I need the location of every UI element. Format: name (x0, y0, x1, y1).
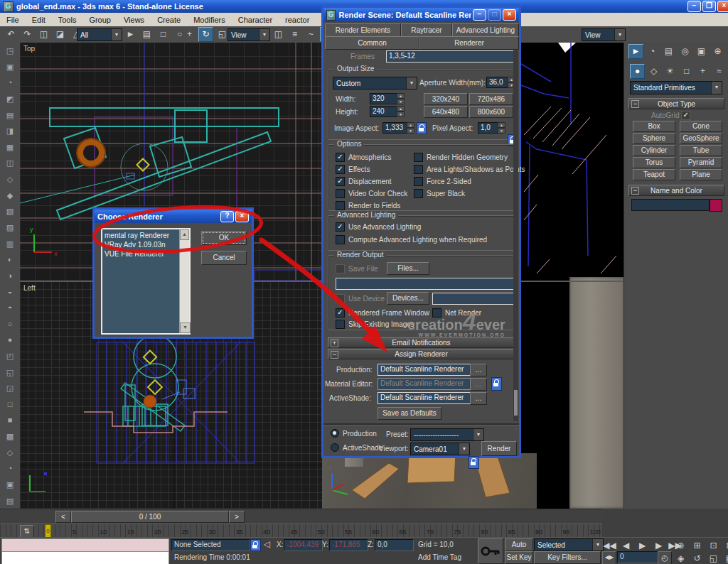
render-button[interactable]: Render (481, 441, 517, 456)
set-keys-button[interactable] (478, 538, 503, 564)
list-item-vue[interactable]: VUE File Renderer (105, 249, 187, 259)
named-selection-dropdown[interactable]: View▼ (582, 28, 626, 41)
help-icon[interactable]: ? (220, 211, 234, 222)
menu-tools[interactable]: Tools (52, 16, 83, 24)
spacewarps-icon[interactable]: ≈ (712, 64, 727, 79)
preset-dropdown[interactable]: -------------------▼ (410, 428, 484, 441)
list-item-mental-ray[interactable]: mental ray Renderer (105, 231, 187, 240)
menu-character[interactable]: Character (232, 16, 279, 24)
left-toolbar-button[interactable]: ◔ (1, 75, 18, 91)
object-type-rollout[interactable]: −Object Type (628, 98, 724, 109)
cylinder-button[interactable]: Cylinder (633, 145, 675, 156)
video-color-check-checkbox[interactable]: Video Color Check (336, 189, 407, 198)
fov-icon[interactable]: ▦ (722, 551, 728, 564)
email-notifications-rollout[interactable]: +Email Notifications (328, 337, 515, 348)
use-advanced-lighting-checkbox[interactable]: ✓Use Advanced Lighting (336, 222, 421, 232)
object-color-swatch[interactable] (710, 199, 722, 212)
tab-advanced-lighting[interactable]: Advanced Lighting (452, 23, 519, 37)
torus-button[interactable]: Torus (633, 157, 675, 168)
geometry-icon[interactable]: ● (630, 64, 645, 79)
production-renderer-browse-button[interactable]: ... (470, 364, 487, 376)
lights-icon[interactable]: ☀ (663, 64, 678, 79)
select-by-name-icon[interactable]: ▤ (139, 27, 154, 42)
left-toolbar-button[interactable]: ◓ (1, 300, 18, 316)
compute-advanced-lighting-checkbox[interactable]: Compute Advanced Lighting when Required (336, 235, 487, 244)
pan-icon[interactable]: ◈ (673, 551, 688, 564)
left-toolbar-button[interactable]: ▣ (1, 477, 18, 493)
menu-modifiers[interactable]: Modifiers (187, 16, 232, 24)
key-mode-dropdown[interactable]: Selected▼ (534, 538, 604, 551)
rotate-icon[interactable]: ↻ (198, 27, 213, 42)
primitive-category-dropdown[interactable]: Standard Primitives▼ (630, 81, 722, 94)
move-icon[interactable]: + (182, 27, 197, 42)
menu-views[interactable]: Views (117, 16, 151, 24)
arc-rotate-icon[interactable]: ↺ (690, 551, 705, 564)
close-button[interactable]: × (717, 1, 728, 12)
area-lights-checkbox[interactable]: Area Lights/Shadows as Points (414, 165, 525, 174)
files-button[interactable]: Files... (387, 262, 429, 275)
left-toolbar-button[interactable]: ◲ (1, 380, 18, 396)
output-file-path-field[interactable] (336, 278, 516, 290)
left-toolbar-button[interactable]: ▤ (1, 493, 18, 509)
plane-button[interactable]: Plane (680, 169, 722, 180)
res-800x600-button[interactable]: 800x600 (469, 106, 513, 118)
teapot-button[interactable]: Teapot (633, 169, 675, 180)
left-toolbar-button[interactable]: ◔ (1, 460, 18, 477)
force-2-sided-checkbox[interactable]: Force 2-Sided (414, 177, 471, 186)
renderer-listbox[interactable]: mental ray Renderer VRay Adv 1.09.03n VU… (101, 228, 191, 335)
image-aspect-field[interactable]: 1,333 (382, 122, 410, 134)
dialog-close-button[interactable]: × (503, 9, 516, 21)
tab-render-elements[interactable]: Render Elements (325, 23, 401, 37)
cancel-button[interactable]: Cancel (201, 251, 247, 265)
redo-icon[interactable]: ↷ (20, 27, 35, 42)
image-aspect-lock-icon[interactable] (417, 122, 427, 134)
output-size-preset-dropdown[interactable]: Custom▼ (333, 77, 417, 90)
autogrid-checkbox[interactable]: AutoGrid ✓ (651, 111, 694, 120)
x-coordinate-field[interactable]: -1004,439 (284, 539, 323, 551)
tab-renderer[interactable]: Renderer (419, 36, 519, 50)
list-scrollbar[interactable]: ▲ ▼ (179, 229, 189, 333)
left-toolbar-button[interactable]: ◩ (1, 91, 18, 107)
assign-renderer-rollout[interactable]: −Assign Renderer (328, 349, 515, 359)
display-tab-icon[interactable]: ▣ (694, 44, 709, 59)
image-aspect-spinner[interactable]: ▲▼ (407, 122, 414, 134)
left-toolbar-button[interactable]: ▦ (1, 139, 18, 156)
left-toolbar-button[interactable]: ◐ (1, 251, 18, 268)
left-toolbar-button[interactable]: ◱ (1, 364, 18, 381)
left-toolbar-button[interactable]: ◳ (1, 43, 18, 59)
auto-key-button[interactable]: Auto Key (505, 538, 533, 551)
super-black-checkbox[interactable]: Super Black (414, 189, 465, 198)
left-toolbar-button[interactable]: ● (1, 332, 18, 348)
unlink-icon[interactable]: ◪ (53, 27, 68, 42)
left-toolbar-button[interactable]: ◒ (1, 283, 18, 300)
mirror-icon[interactable]: ◫ (271, 27, 286, 42)
displacement-checkbox[interactable]: ✓Displacement (336, 177, 392, 186)
ok-button[interactable]: OK (201, 231, 247, 245)
reference-coordinate-dropdown[interactable]: View▼ (228, 28, 270, 41)
dialog-scrollbar[interactable] (513, 50, 518, 421)
device-field[interactable] (432, 293, 516, 305)
left-toolbar-button[interactable]: □ (1, 396, 18, 413)
height-spinner[interactable]: ▲▼ (397, 106, 405, 117)
left-toolbar-button[interactable]: ▨ (1, 219, 18, 236)
current-frame-field[interactable]: 0 (617, 551, 660, 563)
key-step-icon[interactable]: ◀▶ (602, 551, 616, 564)
sphere-button[interactable]: Sphere (633, 133, 675, 144)
track-bar[interactable]: ⇅ 0 510152025303540455055606570758085909… (0, 524, 602, 538)
save-as-defaults-button[interactable]: Save as Defaults (378, 407, 441, 420)
left-toolbar-button[interactable]: ▧ (1, 203, 18, 219)
frames-field[interactable]: 1,3,5-12 (386, 50, 518, 63)
activeshade-radio[interactable]: ActiveShade (331, 443, 382, 452)
render-to-fields-checkbox[interactable]: Render to Fields (336, 201, 400, 210)
object-name-field[interactable] (631, 199, 710, 211)
atmospherics-checkbox[interactable]: ✓Atmospherics (336, 153, 392, 162)
choose-dialog-title-bar[interactable]: Choose Renderer ? × (95, 210, 252, 223)
time-slider-handle[interactable]: 0 / 100 (71, 511, 229, 523)
viewport-dropdown[interactable]: Camera01▼ (410, 443, 470, 455)
select-icon[interactable]: ► (123, 27, 138, 42)
rect-region-icon[interactable]: □ (156, 27, 171, 42)
skip-existing-images-checkbox[interactable]: Skip Existing Images (336, 320, 414, 329)
left-toolbar-button[interactable]: ▤ (1, 107, 18, 124)
add-time-tag[interactable]: Add Time Tag (418, 553, 461, 561)
undo-icon[interactable]: ↶ (4, 27, 18, 42)
